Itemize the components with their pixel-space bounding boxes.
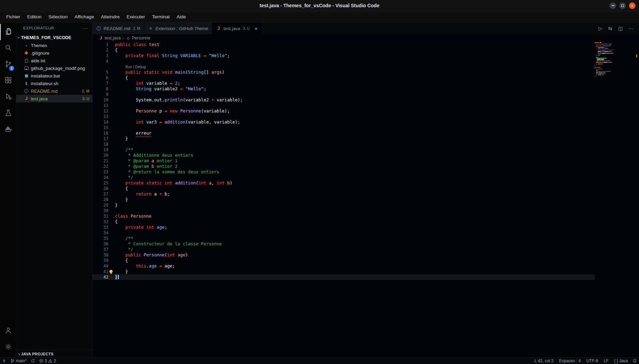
line-number[interactable]: 16 <box>92 130 108 136</box>
activity-run-debug[interactable] <box>0 89 16 105</box>
lightbulb-icon[interactable] <box>109 270 113 273</box>
line-number[interactable]: 9 <box>92 92 108 97</box>
activity-extensions[interactable] <box>0 73 16 89</box>
status-language-mode[interactable]: { } Java <box>611 358 631 363</box>
file-installateur-sh[interactable]: $installateur.sh <box>16 80 92 87</box>
line-content[interactable] <box>108 208 595 213</box>
line-content[interactable]: System.out.println(variable2 + variable)… <box>108 97 595 103</box>
line-content[interactable]: /** <box>108 147 595 153</box>
line-number[interactable]: 27 <box>92 191 108 197</box>
line-content[interactable]: int var3 = addition(variable, variable); <box>108 119 595 125</box>
file-installateur-bat[interactable]: installateur.bat <box>16 72 92 80</box>
line-number[interactable]: 40 <box>92 263 108 269</box>
line-content[interactable] <box>108 114 595 119</box>
line-content[interactable] <box>108 142 595 147</box>
line-content[interactable]: */ <box>108 247 595 252</box>
line-content[interactable]: String variable2 = "Hello"; <box>108 86 595 92</box>
tab-test-java[interactable]: Jtest.java3, U× <box>212 22 261 34</box>
run-button[interactable]: ▷ <box>598 26 602 31</box>
line-number[interactable]: 19 <box>92 147 108 153</box>
line-content[interactable]: * Additionne deux entiers <box>108 153 595 158</box>
line-content[interactable]: * @param b entier 2 <box>108 164 595 169</box>
sync-button[interactable] <box>29 358 37 364</box>
line-number[interactable]: 37 <box>92 247 108 252</box>
more-actions-button[interactable]: ⋯ <box>629 26 633 31</box>
status-eol[interactable]: LF <box>601 358 611 363</box>
split-editor-button[interactable]: ◫ <box>618 26 623 31</box>
close-button[interactable]: × <box>629 2 636 9</box>
line-content[interactable]: * Constructeur de la classe Personne <box>108 241 595 247</box>
file-themes[interactable]: ›Themes <box>16 42 92 49</box>
line-number[interactable]: 6 <box>92 75 108 81</box>
line-number[interactable]: 10 <box>92 97 108 103</box>
menu-item-atteindre[interactable]: Atteindre <box>97 11 123 22</box>
line-content[interactable]: { <box>108 47 595 53</box>
line-content[interactable] <box>108 103 595 108</box>
line-content[interactable]: * @return la somme des deux entiers <box>108 169 595 175</box>
line-number[interactable]: 26 <box>92 186 108 191</box>
line-content[interactable]: private int age; <box>108 225 595 230</box>
line-number[interactable]: 23 <box>92 169 108 175</box>
open-changes-button[interactable]: ⇆ <box>608 26 612 31</box>
line-number[interactable]: 15 <box>92 125 108 130</box>
breadcrumb-item-test-java[interactable]: Jtest.java <box>98 36 121 40</box>
activity-source-control[interactable]: 2 <box>0 56 16 73</box>
line-content[interactable]: } <box>108 202 595 208</box>
line-number[interactable]: 42 <box>92 274 108 280</box>
more-actions-icon[interactable]: ··· <box>82 25 88 31</box>
line-number[interactable]: 14 <box>92 119 108 125</box>
line-number[interactable]: 8 <box>92 86 108 92</box>
line-content[interactable]: { <box>108 186 595 191</box>
line-number[interactable]: 34 <box>92 230 108 236</box>
line-number[interactable]: 28 <box>92 197 108 202</box>
line-content[interactable]: /** <box>108 236 595 241</box>
problems-status[interactable]: 3 2 <box>37 358 58 364</box>
notifications-bell[interactable] <box>631 358 639 364</box>
line-content[interactable]: erreur <box>108 130 595 136</box>
activity-settings[interactable] <box>0 339 16 355</box>
line-number[interactable]: 18 <box>92 142 108 147</box>
line-number[interactable]: 25 <box>92 180 108 186</box>
line-content[interactable] <box>108 58 595 64</box>
activity-search[interactable] <box>0 40 16 56</box>
codelens-run-debug[interactable]: Run | Debug <box>125 64 146 70</box>
line-content[interactable]: public class test <box>108 42 595 47</box>
code-area[interactable]: 1public class test2{3 private final Stri… <box>92 42 595 357</box>
menu-item-aide[interactable]: Aide <box>173 11 189 22</box>
minimap[interactable] <box>595 42 633 357</box>
line-content[interactable]: { <box>108 258 595 263</box>
line-number[interactable]: 39 <box>92 258 108 263</box>
line-content[interactable] <box>108 230 595 236</box>
section-java-projects[interactable]: › JAVA PROJECTS <box>16 350 92 357</box>
line-number[interactable]: 13 <box>92 114 108 119</box>
line-number[interactable]: 22 <box>92 164 108 169</box>
menu-item-affichage[interactable]: Affichage <box>71 11 97 22</box>
breadcrumb-item-personne[interactable]: ◇Personne <box>126 36 151 40</box>
line-content[interactable] <box>108 92 595 97</box>
line-content[interactable]: Personne p = new Personne(variable); <box>108 108 595 114</box>
maximize-button[interactable] <box>619 2 626 9</box>
line-content[interactable]: return a + b; <box>108 191 595 197</box>
line-number[interactable]: 3 <box>92 53 108 58</box>
line-number[interactable]: 31 <box>92 213 108 219</box>
file-readme-md[interactable]: iREADME.md2, M <box>16 87 92 95</box>
tab-readme[interactable]: iREADME.md2, M <box>92 22 144 34</box>
line-number[interactable]: 35 <box>92 236 108 241</box>
line-number[interactable]: 17 <box>92 136 108 142</box>
line-content[interactable]: { <box>108 219 595 225</box>
line-number[interactable]: 20 <box>92 153 108 158</box>
line-number[interactable]: 32 <box>92 219 108 225</box>
line-number[interactable]: 41 <box>92 269 108 274</box>
line-content[interactable] <box>108 125 595 130</box>
line-number[interactable]: 5 <box>92 70 108 75</box>
activity-explorer[interactable] <box>0 24 16 40</box>
tab-extension-github-theme[interactable]: ≡Extension : GitHub Theme <box>144 22 212 34</box>
tree-root-themes-for-vscode[interactable]: › THEMES_FOR_VSCODE <box>16 34 92 42</box>
branch-status[interactable]: main* <box>8 358 29 364</box>
line-content[interactable]: public Personne(int age) <box>108 252 595 258</box>
line-number[interactable]: 11 <box>92 103 108 108</box>
status-indentation[interactable]: Espaces : 4 <box>556 358 584 363</box>
file-aide-txt[interactable]: aide.txt <box>16 57 92 64</box>
line-content[interactable]: private final String VARIABLE = "Hello"; <box>108 53 595 58</box>
line-number[interactable]: 29 <box>92 202 108 208</box>
